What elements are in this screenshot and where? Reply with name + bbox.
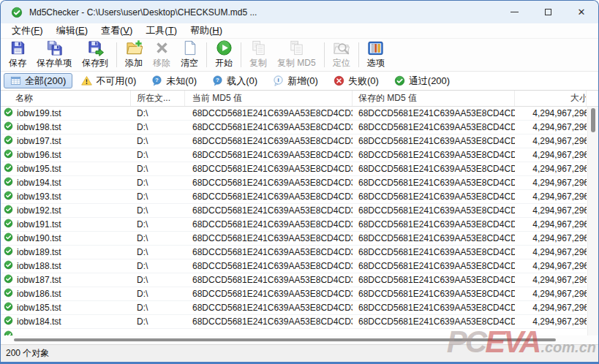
- toolbar-button-save-to[interactable]: 保存到: [77, 39, 113, 70]
- table-row[interactable]: iobw198.tstD:\68DCCD5681E241C639AA53E8CD…: [1, 121, 587, 134]
- cell-saved-md5: 68DCCD5681E241C639AA53E8CD4CD340: [353, 259, 515, 273]
- warn-icon: [81, 75, 92, 86]
- cell-name-text: iobw188.tst: [17, 261, 61, 271]
- column-header-0[interactable]: 名称: [1, 91, 131, 106]
- cell-current-md5: 68DCCD5681E241C639AA53E8CD4CD340: [185, 162, 353, 175]
- menu-item-tools[interactable]: 工具(T): [139, 23, 184, 38]
- toolbar-button-label: 复制 MD5: [277, 57, 316, 69]
- table-row[interactable]: iobw185.tstD:\68DCCD5681E241C639AA53E8CD…: [1, 301, 587, 315]
- menu-item-view[interactable]: 查看(V): [94, 23, 139, 38]
- cell-current-md5: 68DCCD5681E241C639AA53E8CD4CD340: [185, 107, 353, 120]
- cell-folder: D:\: [131, 273, 185, 287]
- start-icon: [216, 39, 233, 56]
- window-title: Md5Checker - C:\Users\user\Desktop\CHECK…: [29, 7, 257, 18]
- cell-current-md5: [185, 329, 353, 335]
- table-row[interactable]: iobw188.tstD:\68DCCD5681E241C639AA53E8CD…: [1, 259, 587, 273]
- toolbar-button-save[interactable]: 保存: [4, 39, 31, 70]
- cell-name: iobw186.tst: [1, 287, 131, 300]
- cell-folder: D:\: [131, 232, 185, 245]
- table-row[interactable]: iobw184.tstD:\68DCCD5681E241C639AA53E8CD…: [1, 315, 587, 329]
- horizontal-scrollbar[interactable]: [1, 335, 598, 344]
- cell-size-text: 4,294,967,296: [532, 205, 587, 216]
- menu-item-help[interactable]: 帮助(H): [184, 23, 229, 38]
- cell-size: 4,294,967,296: [515, 315, 587, 328]
- toolbar-button-save-item[interactable]: 保存单项: [31, 39, 77, 70]
- menu-item-file[interactable]: 文件(F): [5, 23, 50, 38]
- cell-saved-md5-text: 68DCCD5681E241C639AA53E8CD4CD340: [358, 219, 515, 230]
- status-passed-icon: [4, 149, 13, 161]
- column-header-2[interactable]: 当前 MD5 值: [185, 91, 353, 106]
- toolbar-separator: [324, 42, 325, 67]
- table-row[interactable]: iobw186.tstD:\68DCCD5681E241C639AA53E8CD…: [1, 287, 587, 301]
- maximize-button[interactable]: [531, 1, 565, 23]
- table-row[interactable]: iobw194.tstD:\68DCCD5681E241C639AA53E8CD…: [1, 176, 587, 190]
- cell-saved-md5-text: 68DCCD5681E241C639AA53E8CD4CD340: [358, 108, 515, 118]
- tab-loaded[interactable]: ?载入(0): [206, 73, 264, 88]
- cell-name-text: iobw193.tst: [17, 192, 61, 202]
- tab-unknown[interactable]: ?未知(0): [145, 73, 203, 88]
- toolbar-button-copy: 复制: [244, 39, 272, 70]
- column-header-3[interactable]: 保存的 MD5 值: [353, 91, 515, 106]
- toolbar-button-options[interactable]: 选项: [362, 39, 390, 70]
- tab-new[interactable]: i新增(0): [266, 73, 325, 88]
- column-header-label: 大小: [570, 93, 587, 103]
- status-passed-icon: [4, 316, 13, 327]
- cell-current-md5-text: 68DCCD5681E241C639AA53E8CD4CD340: [192, 108, 353, 118]
- status-passed-icon: [4, 288, 13, 300]
- cell-folder-text: D:\: [137, 275, 148, 285]
- column-header-4[interactable]: 大小: [515, 91, 587, 106]
- cell-name: iobw195.tst: [1, 162, 131, 175]
- tab-unavailable[interactable]: 不可用(0): [75, 73, 143, 88]
- toolbar-button-start[interactable]: 开始: [210, 39, 238, 70]
- table-row-partial[interactable]: [1, 329, 587, 335]
- status-passed-icon: [4, 163, 13, 175]
- window-controls: ✕: [497, 1, 598, 23]
- cell-saved-md5: 68DCCD5681E241C639AA53E8CD4CD340: [353, 176, 515, 189]
- cell-name-text: iobw199.tst: [17, 108, 61, 118]
- cell-size: 4,294,967,296: [515, 148, 587, 162]
- status-passed-icon: [4, 107, 13, 119]
- cell-size: 4,294,967,296: [515, 273, 587, 287]
- tab-failed[interactable]: 失败(0): [327, 73, 385, 88]
- cell-size: [515, 329, 587, 335]
- cell-saved-md5: 68DCCD5681E241C639AA53E8CD4CD340: [353, 107, 515, 120]
- cell-size: 4,294,967,296: [515, 232, 587, 245]
- cell-folder: D:\: [131, 134, 185, 148]
- vertical-scrollbar-thumb[interactable]: [591, 108, 595, 132]
- cell-current-md5-text: 68DCCD5681E241C639AA53E8CD4CD340: [192, 205, 353, 216]
- toolbar-button-clear[interactable]: 清空: [176, 39, 203, 70]
- toolbar-button-add[interactable]: 添加: [120, 39, 148, 70]
- statusbar: 200 个对象: [1, 344, 598, 362]
- table-row[interactable]: iobw187.tstD:\68DCCD5681E241C639AA53E8CD…: [1, 273, 587, 287]
- status-passed-icon: [4, 302, 13, 314]
- table-row[interactable]: iobw192.tstD:\68DCCD5681E241C639AA53E8CD…: [1, 204, 587, 218]
- table-row[interactable]: iobw191.tstD:\68DCCD5681E241C639AA53E8CD…: [1, 218, 587, 232]
- cell-name-text: iobw197.tst: [17, 136, 61, 146]
- cell-saved-md5-text: 68DCCD5681E241C639AA53E8CD4CD340: [358, 164, 515, 174]
- column-header-label: 当前 MD5 值: [192, 93, 242, 103]
- minimize-button[interactable]: [497, 1, 531, 23]
- tab-all[interactable]: 全部(200): [4, 73, 72, 88]
- tab-passed[interactable]: 通过(200): [388, 73, 456, 88]
- close-button[interactable]: ✕: [565, 1, 598, 23]
- table-row[interactable]: iobw199.tstD:\68DCCD5681E241C639AA53E8CD…: [1, 107, 587, 121]
- horizontal-scrollbar-thumb[interactable]: [14, 338, 556, 341]
- column-header-1[interactable]: 所在文...: [131, 91, 185, 106]
- menu-item-edit[interactable]: 编辑(E): [50, 23, 94, 38]
- table-row[interactable]: iobw196.tstD:\68DCCD5681E241C639AA53E8CD…: [1, 148, 587, 162]
- table-row[interactable]: iobw197.tstD:\68DCCD5681E241C639AA53E8CD…: [1, 134, 587, 148]
- cell-size-text: 4,294,967,296: [532, 275, 587, 285]
- toolbar-button-label: 添加: [125, 57, 143, 69]
- table-row[interactable]: iobw193.tstD:\68DCCD5681E241C639AA53E8CD…: [1, 190, 587, 204]
- column-header-label: 所在文...: [137, 93, 170, 103]
- vertical-scrollbar[interactable]: [587, 107, 598, 335]
- table-row[interactable]: iobw195.tstD:\68DCCD5681E241C639AA53E8CD…: [1, 162, 587, 176]
- cell-saved-md5-text: 68DCCD5681E241C639AA53E8CD4CD340: [358, 275, 515, 285]
- toolbar-button-label: 移除: [153, 57, 170, 69]
- table-row[interactable]: iobw189.tstD:\68DCCD5681E241C639AA53E8CD…: [1, 246, 587, 259]
- table-row[interactable]: iobw190.tstD:\68DCCD5681E241C639AA53E8CD…: [1, 232, 587, 246]
- table-body: iobw199.tstD:\68DCCD5681E241C639AA53E8CD…: [1, 107, 587, 335]
- maximize-icon: [545, 9, 551, 15]
- svg-text:?: ?: [155, 77, 159, 83]
- cell-saved-md5: 68DCCD5681E241C639AA53E8CD4CD340: [353, 162, 515, 175]
